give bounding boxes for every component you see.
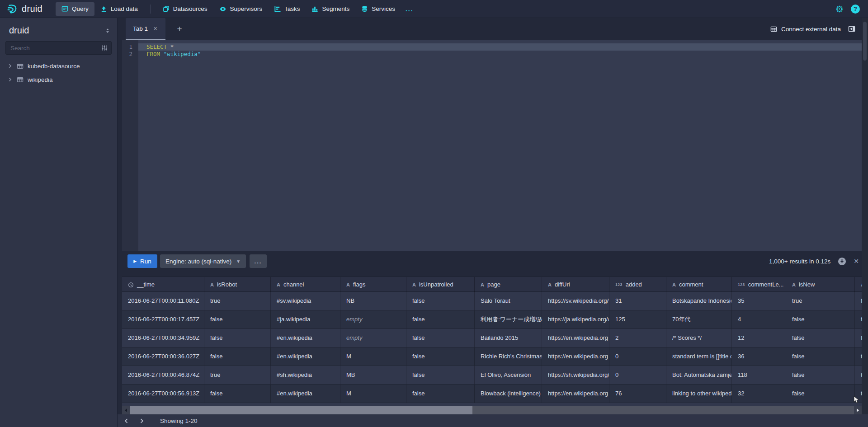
table-cell[interactable]: https://sh.wikipedia.org/ (542, 366, 609, 384)
engine-select-button[interactable]: Engine: auto (sql-native) ▼ (160, 254, 246, 268)
table-cell[interactable]: true (204, 366, 271, 384)
table-cell[interactable]: false (406, 385, 475, 403)
column-header-added[interactable]: 123added (609, 277, 666, 292)
download-results-icon[interactable] (838, 257, 846, 266)
table-cell[interactable]: false (204, 310, 271, 328)
horizontal-scrollbar[interactable] (122, 406, 862, 414)
sql-code[interactable]: SELECT * FROM "wikipedia" (138, 43, 862, 58)
table-cell[interactable]: true (204, 292, 271, 310)
sidebar-item-wikipedia[interactable]: wikipedia (0, 73, 117, 86)
table-cell[interactable]: 2016-06-27T00:00:56.913Z (122, 385, 204, 403)
table-cell[interactable]: https://en.wikipedia.org (542, 347, 609, 366)
table-cell[interactable]: https://en.wikipedia.org (542, 329, 609, 347)
druid-logo-icon[interactable]: druid (6, 3, 42, 15)
table-cell[interactable]: 36 (732, 347, 786, 366)
scrollbar-track[interactable] (472, 406, 854, 414)
table-cell[interactable]: 2 (609, 329, 666, 347)
table-cell[interactable]: 32 (732, 385, 786, 403)
run-button[interactable]: ▶ Run (127, 254, 157, 268)
table-cell[interactable]: 2016-06-27T00:00:11.080Z (122, 292, 204, 310)
table-cell[interactable]: #sv.wikipedia (271, 292, 340, 310)
table-cell[interactable]: false (406, 310, 475, 328)
connect-external-data-button[interactable]: Connect external data (770, 18, 841, 40)
add-tab-button[interactable]: + (173, 18, 186, 40)
vertical-scrollbar[interactable] (862, 18, 868, 414)
nav-item-datasources[interactable]: Datasources (157, 2, 213, 16)
panel-toggle-icon[interactable] (848, 18, 855, 40)
table-cell[interactable]: 2016-06-27T00:00:36.027Z (122, 347, 204, 366)
sort-toggle-icon[interactable] (104, 27, 111, 34)
table-cell[interactable]: M (340, 347, 406, 366)
column-header-channel[interactable]: Achannel (271, 277, 340, 292)
column-header-page[interactable]: Apage (475, 277, 542, 292)
table-cell[interactable]: 118 (732, 366, 786, 384)
table-cell[interactable]: empty (340, 329, 406, 347)
table-cell[interactable]: #en.wikipedia (271, 329, 340, 347)
table-cell[interactable]: false (786, 310, 855, 328)
table-cell[interactable]: Bailando 2015 (475, 329, 542, 347)
table-cell[interactable]: Bot: Automatska zamjena (666, 366, 732, 384)
table-cell[interactable]: #ja.wikipedia (271, 310, 340, 328)
table-cell[interactable]: 76 (609, 385, 666, 403)
help-icon[interactable]: ? (851, 5, 860, 14)
table-cell[interactable]: 35 (732, 292, 786, 310)
table-cell[interactable]: false (204, 329, 271, 347)
tab-tab1[interactable]: Tab 1 ✕ (126, 18, 165, 40)
table-cell[interactable]: 70年代 (666, 310, 732, 328)
tab-close-icon[interactable]: ✕ (153, 26, 157, 32)
table-cell[interactable]: #sh.wikipedia (271, 366, 340, 384)
scroll-right-button[interactable] (854, 406, 862, 414)
table-cell[interactable]: 2016-06-27T00:00:46.874Z (122, 366, 204, 384)
close-results-icon[interactable]: ✕ (854, 258, 859, 265)
table-cell[interactable]: 0 (609, 347, 666, 366)
sidebar-item-kubedb-datasource[interactable]: kubedb-datasource (0, 59, 117, 73)
sql-editor[interactable]: 1 2 SELECT * FROM "wikipedia" (122, 40, 862, 251)
next-page-button[interactable] (135, 414, 148, 427)
table-cell[interactable]: false (406, 329, 475, 347)
table-cell[interactable]: #en.wikipedia (271, 385, 340, 403)
table-cell[interactable]: M (340, 385, 406, 403)
nav-item-tasks[interactable]: Tasks (268, 2, 306, 16)
table-cell[interactable]: false (204, 385, 271, 403)
table-cell[interactable]: false (786, 366, 855, 384)
table-cell[interactable]: standard term is [[title ca (666, 347, 732, 366)
vertical-scrollbar-thumb[interactable] (863, 22, 867, 61)
table-cell[interactable]: Richie Rich's Christmas Wish (475, 347, 542, 366)
table-cell[interactable]: /* Scores */ (666, 329, 732, 347)
settings-gear-icon[interactable]: ⚙ (835, 5, 844, 14)
table-cell[interactable]: 31 (609, 292, 666, 310)
table-cell[interactable]: Botskapande Indonesien (666, 292, 732, 310)
table-cell[interactable]: 12 (732, 329, 786, 347)
table-cell[interactable]: El Olivo, Ascensión (475, 366, 542, 384)
column-header-commentLength[interactable]: 123commentLe... (732, 277, 786, 292)
sql-line-2[interactable]: FROM "wikipedia" (138, 51, 862, 58)
table-cell[interactable]: false (786, 347, 855, 366)
query-more-button[interactable]: ... (250, 254, 267, 268)
table-cell[interactable]: false (406, 292, 475, 310)
table-cell[interactable]: 利用者:ワーナー成増/放置 (475, 310, 542, 328)
scroll-left-button[interactable] (122, 406, 130, 414)
column-header-flags[interactable]: Aflags (340, 277, 406, 292)
table-cell[interactable]: https://ja.wikipedia.org/w (542, 310, 609, 328)
table-cell[interactable]: NB (340, 292, 406, 310)
filter-sliders-icon[interactable] (101, 45, 108, 51)
column-header-isRobot[interactable]: AisRobot (204, 277, 271, 292)
table-cell[interactable]: 125 (609, 310, 666, 328)
table-cell[interactable]: 2016-06-27T00:00:34.959Z (122, 329, 204, 347)
table-cell[interactable]: Salo Toraut (475, 292, 542, 310)
nav-item-supervisors[interactable]: Supervisors (213, 2, 268, 16)
table-cell[interactable]: true (786, 292, 855, 310)
table-cell[interactable]: MB (340, 366, 406, 384)
table-cell[interactable]: https://sv.wikipedia.org/w (542, 292, 609, 310)
table-cell[interactable]: false (406, 347, 475, 366)
column-header-isNew[interactable]: AisNew (786, 277, 855, 292)
previous-page-button[interactable] (119, 414, 133, 427)
table-cell[interactable]: #en.wikipedia (271, 347, 340, 366)
table-cell[interactable]: linking to other wikipedia (666, 385, 732, 403)
column-header-isUnpatrolled[interactable]: AisUnpatrolled (406, 277, 475, 292)
table-cell[interactable]: https://en.wikipedia.org (542, 385, 609, 403)
table-cell[interactable]: false (406, 366, 475, 384)
table-cell[interactable]: Blowback (intelligence) (475, 385, 542, 403)
nav-item-services[interactable]: Services (355, 2, 401, 16)
table-cell[interactable]: empty (340, 310, 406, 328)
